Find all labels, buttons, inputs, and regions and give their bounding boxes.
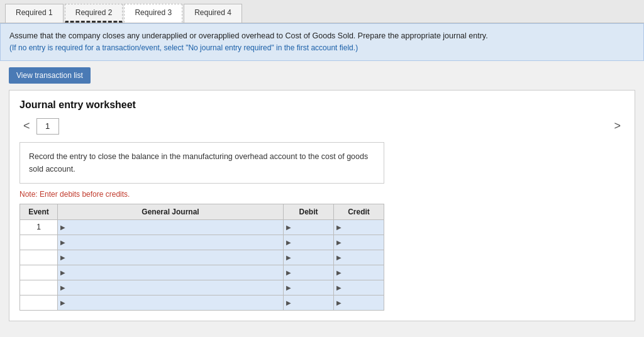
cell-event-2 xyxy=(20,235,58,250)
cell-journal-4[interactable]: ▶ xyxy=(58,265,284,280)
cell-journal-5[interactable]: ▶ xyxy=(58,280,284,295)
tab-required-1[interactable]: Required 1 xyxy=(5,4,64,23)
cell-debit-2[interactable]: ▶ xyxy=(284,235,334,250)
description-box: Record the entry to close the balance in… xyxy=(19,142,384,184)
table-row: ▶ ▶ ▶ xyxy=(20,295,384,310)
cell-credit-4[interactable]: ▶ xyxy=(334,265,384,280)
nav-left-arrow[interactable]: < xyxy=(19,118,34,134)
arrow-indicator: ▶ xyxy=(286,284,291,291)
nav-right-arrow[interactable]: > xyxy=(610,118,625,134)
cell-debit-1[interactable]: ▶ xyxy=(284,219,334,235)
col-header-event: Event xyxy=(20,204,58,219)
worksheet-container: Journal entry worksheet < 1 > Record the… xyxy=(9,90,635,321)
arrow-indicator: ▶ xyxy=(286,269,291,276)
banner-sub-text: (If no entry is required for a transacti… xyxy=(9,43,358,52)
arrow-indicator: ▶ xyxy=(336,269,341,276)
arrow-indicator: ▶ xyxy=(336,254,341,261)
description-text: Record the entry to close the balance in… xyxy=(29,152,368,174)
arrow-indicator: ▶ xyxy=(336,284,341,291)
arrow-indicator: ▶ xyxy=(60,239,65,246)
tab-required-3[interactable]: Required 3 xyxy=(124,4,182,23)
arrow-indicator: ▶ xyxy=(336,239,341,246)
tab-required-4[interactable]: Required 4 xyxy=(184,4,242,23)
arrow-indicator: ▶ xyxy=(286,239,291,246)
cell-event-5 xyxy=(20,280,58,295)
cell-debit-4[interactable]: ▶ xyxy=(284,265,334,280)
cell-debit-5[interactable]: ▶ xyxy=(284,280,334,295)
cell-credit-6[interactable]: ▶ xyxy=(334,295,384,310)
tab-required-2[interactable]: Required 2 xyxy=(65,4,123,23)
arrow-indicator: ▶ xyxy=(60,224,65,231)
arrow-indicator: ▶ xyxy=(336,224,341,231)
col-header-journal: General Journal xyxy=(58,204,284,219)
cell-debit-6[interactable]: ▶ xyxy=(284,295,334,310)
cell-event-4 xyxy=(20,265,58,280)
worksheet-title: Journal entry worksheet xyxy=(19,99,625,111)
cell-journal-2[interactable]: ▶ xyxy=(58,235,284,250)
nav-number: 1 xyxy=(45,121,50,131)
table-row: ▶ ▶ ▶ xyxy=(20,250,384,265)
cell-credit-3[interactable]: ▶ xyxy=(334,250,384,265)
cell-journal-3[interactable]: ▶ xyxy=(58,250,284,265)
cell-event-6 xyxy=(20,295,58,310)
cell-debit-3[interactable]: ▶ xyxy=(284,250,334,265)
arrow-indicator: ▶ xyxy=(60,299,65,306)
view-transaction-button[interactable]: View transaction list xyxy=(9,67,91,84)
cell-journal-1[interactable]: ▶ xyxy=(58,219,284,235)
arrow-indicator: ▶ xyxy=(286,224,291,231)
cell-event-3 xyxy=(20,250,58,265)
arrow-indicator: ▶ xyxy=(60,269,65,276)
arrow-indicator: ▶ xyxy=(336,299,341,306)
col-header-credit: Credit xyxy=(334,204,384,219)
arrow-indicator: ▶ xyxy=(60,284,65,291)
cell-journal-6[interactable]: ▶ xyxy=(58,295,284,310)
table-row: ▶ ▶ ▶ xyxy=(20,280,384,295)
arrow-indicator: ▶ xyxy=(286,254,291,261)
journal-table: Event General Journal Debit Credit 1 ▶ ▶… xyxy=(19,204,384,311)
table-row: ▶ ▶ ▶ xyxy=(20,235,384,250)
table-row: ▶ ▶ ▶ xyxy=(20,265,384,280)
cell-credit-5[interactable]: ▶ xyxy=(334,280,384,295)
nav-row: < 1 > xyxy=(19,118,625,135)
nav-number-box: 1 xyxy=(36,118,59,135)
cell-credit-2[interactable]: ▶ xyxy=(334,235,384,250)
arrow-indicator: ▶ xyxy=(286,299,291,306)
tab-bar: Required 1 Required 2 Required 3 Require… xyxy=(0,0,644,23)
note-text: Note: Enter debits before credits. xyxy=(19,190,625,199)
col-header-debit: Debit xyxy=(284,204,334,219)
table-row: 1 ▶ ▶ ▶ xyxy=(20,219,384,235)
banner-main-text: Assume that the company closes any under… xyxy=(9,31,488,40)
arrow-indicator: ▶ xyxy=(60,254,65,261)
info-banner: Assume that the company closes any under… xyxy=(0,23,644,61)
cell-credit-1[interactable]: ▶ xyxy=(334,219,384,235)
cell-event-1: 1 xyxy=(20,219,58,235)
